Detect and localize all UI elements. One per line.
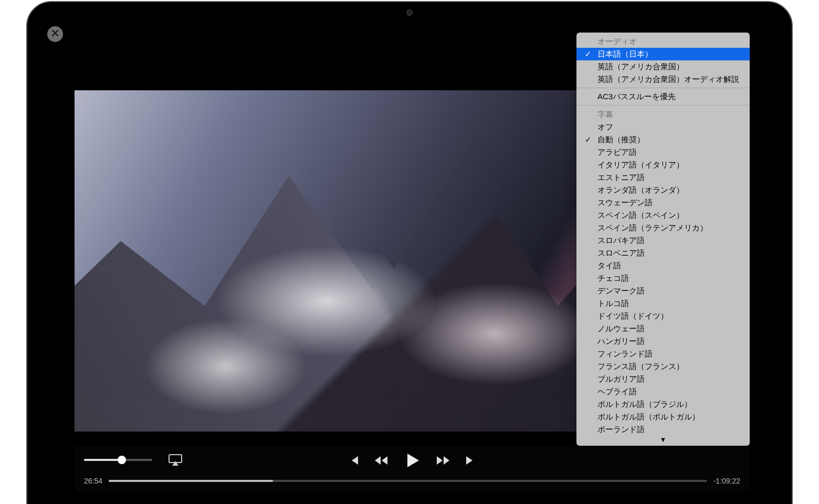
close-icon <box>51 29 59 39</box>
subtitle-item[interactable]: フィンランド語 <box>576 348 750 360</box>
player-screen: 26:54 -1:09:22 オーディオ 日本語（日本）英語（アメリカ合衆国）英… <box>38 17 781 504</box>
airplay-icon <box>168 459 183 468</box>
audio-item[interactable]: 日本語（日本） <box>576 48 750 60</box>
subtitle-item[interactable]: アラビア語 <box>576 146 750 159</box>
ac3-passthrough-item[interactable]: AC3パススルーを優先 <box>576 90 750 103</box>
subtitle-item[interactable]: ドイツ語（ドイツ） <box>576 310 750 322</box>
subtitle-item[interactable]: フランス語（フランス） <box>576 360 750 373</box>
audio-item[interactable]: 英語（アメリカ合衆国） <box>576 60 750 73</box>
subtitle-item[interactable]: ポルトガル語（ポルトガル） <box>576 411 750 423</box>
subtitle-header: 字幕 <box>576 108 750 121</box>
subtitle-item[interactable]: スペイン語（ラテンアメリカ） <box>576 222 750 234</box>
subtitle-item[interactable]: ポルトガル語（ブラジル） <box>576 398 750 411</box>
elapsed-time: 26:54 <box>84 477 102 485</box>
laptop-frame: 26:54 -1:09:22 オーディオ 日本語（日本）英語（アメリカ合衆国）英… <box>26 1 793 504</box>
airplay-button[interactable] <box>168 454 183 466</box>
subtitle-item[interactable]: オフ <box>576 121 750 133</box>
rewind-icon <box>374 455 388 468</box>
menu-separator <box>576 105 750 106</box>
transport-controls <box>348 452 477 471</box>
subtitle-item[interactable]: ポーランド語 <box>576 423 750 436</box>
next-track-button[interactable] <box>465 455 477 468</box>
subtitle-item[interactable]: タイ語 <box>576 259 750 272</box>
audio-header: オーディオ <box>576 35 750 48</box>
subtitle-item[interactable]: スペイン語（スペイン） <box>576 209 750 222</box>
subtitle-item[interactable]: チェコ語 <box>576 272 750 285</box>
more-indicator[interactable]: ▼ <box>576 436 750 445</box>
audio-subtitle-menu: オーディオ 日本語（日本）英語（アメリカ合衆国）英語（アメリカ合衆国）オーディオ… <box>576 33 750 446</box>
subtitle-item[interactable]: スロバキア語 <box>576 234 750 247</box>
subtitle-item[interactable]: エストニア語 <box>576 171 750 184</box>
audio-item[interactable]: 英語（アメリカ合衆国）オーディオ解説 <box>576 73 750 86</box>
volume-fill <box>84 459 122 461</box>
play-button[interactable] <box>403 452 421 471</box>
volume-knob[interactable] <box>118 456 126 464</box>
volume-slider[interactable] <box>84 459 152 461</box>
subtitle-item[interactable]: イタリア語（イタリア） <box>576 159 750 171</box>
progress-fill <box>109 480 273 482</box>
menu-separator <box>576 88 750 88</box>
subtitle-item[interactable]: ヘブライ語 <box>576 385 750 398</box>
play-icon <box>403 452 421 471</box>
playback-controls: 26:54 -1:09:22 <box>75 446 750 491</box>
subtitle-item[interactable]: オランダ語（オランダ） <box>576 184 750 196</box>
remaining-time: -1:09:22 <box>713 477 740 485</box>
prev-track-button[interactable] <box>348 455 359 468</box>
subtitle-item[interactable]: スウェーデン語 <box>576 196 750 209</box>
fast-forward-icon <box>436 455 450 468</box>
subtitle-item[interactable]: 自動（推奨） <box>576 133 750 146</box>
subtitle-item[interactable]: ノルウェー語 <box>576 322 750 335</box>
progress-bar[interactable] <box>109 480 707 482</box>
subtitle-item[interactable]: デンマーク語 <box>576 285 750 297</box>
skip-forward-icon <box>465 455 477 468</box>
close-button[interactable] <box>47 26 63 42</box>
skip-back-icon <box>348 455 359 468</box>
subtitle-item[interactable]: ブルガリア語 <box>576 373 750 385</box>
subtitle-item[interactable]: ハンガリー語 <box>576 335 750 348</box>
rewind-button[interactable] <box>374 455 388 468</box>
fast-forward-button[interactable] <box>436 455 450 468</box>
camera-dot <box>406 9 413 16</box>
subtitle-item[interactable]: スロベニア語 <box>576 247 750 259</box>
subtitle-item[interactable]: トルコ語 <box>576 297 750 310</box>
